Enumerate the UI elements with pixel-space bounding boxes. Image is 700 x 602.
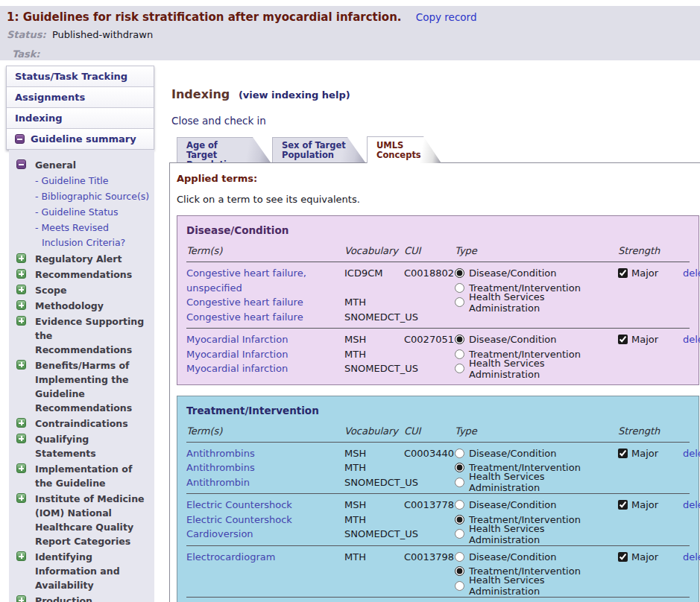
tree-link-guideline-status[interactable]: Guideline Status (16, 205, 151, 220)
term-link[interactable]: Congestive heart failure (186, 295, 344, 310)
vocabulary-value: MSH (344, 446, 404, 461)
term-link[interactable]: Antithrombins (186, 460, 344, 475)
type-radio[interactable] (455, 349, 464, 359)
type-radio[interactable] (455, 478, 464, 487)
term-link[interactable]: Antithrombin (186, 475, 344, 490)
term-link[interactable]: Myocardial infarction (186, 361, 344, 376)
sidebar-item-indexing[interactable]: Indexing (7, 107, 154, 128)
term-link[interactable]: Electric Countershock (186, 498, 344, 513)
delete-link[interactable]: delete (683, 334, 700, 345)
term-link[interactable]: Congestive heart failure (186, 310, 344, 325)
major-checkbox[interactable] (618, 335, 628, 344)
type-radio[interactable] (455, 268, 464, 278)
tree-section-label: Methodology (35, 299, 151, 313)
expand-icon[interactable] (16, 360, 26, 370)
expand-icon[interactable] (16, 595, 26, 602)
delete-link[interactable]: delete (683, 448, 700, 459)
expand-icon[interactable] (16, 551, 26, 561)
type-radio[interactable] (455, 552, 464, 562)
col-vocabulary: Vocabulary (344, 245, 404, 256)
term-link[interactable]: Myocardial Infarction (186, 332, 344, 347)
tree-section-production[interactable]: Production (16, 593, 151, 602)
type-radio[interactable] (455, 500, 464, 510)
tab-sex-of-target-population[interactable]: Sex of Target Population (272, 137, 365, 162)
type-option-label: Health Services Administration (469, 574, 618, 597)
term-link[interactable]: Myocardial Infarction (186, 347, 344, 362)
tree-section-iom-categories[interactable]: Institute of Medicine (IOM) National Hea… (16, 491, 151, 549)
status-row: Status: Published-withdrawn (7, 29, 693, 40)
table-row: AntithrombinsMSH AntithrombinsMTH Antith… (186, 442, 690, 494)
sidebar-nav: Status/Task Tracking Assignments Indexin… (6, 66, 154, 150)
tree-link-meets-revised-inclusion-criteria[interactable]: Meets Revised Inclusion Criteria? (16, 221, 151, 250)
delete-link[interactable]: delete (683, 551, 700, 563)
view-indexing-help-link[interactable]: (view indexing help) (239, 89, 350, 101)
tree-link-guideline-title[interactable]: Guideline Title (16, 174, 151, 188)
tab-age-of-target-population[interactable]: Age of Target Population (177, 137, 271, 162)
vocabulary-value: MTH (344, 347, 404, 362)
term-link[interactable]: Electrocardiogram (186, 550, 344, 565)
tree-section-benefits-harms[interactable]: Benefits/Harms of Implementing the Guide… (16, 358, 151, 416)
record-header-band: 1: Guidelines for risk stratification af… (0, 6, 700, 60)
type-radio[interactable] (455, 566, 464, 576)
tab-umls-concepts[interactable]: UMLS Concepts (367, 136, 441, 163)
type-radio[interactable] (455, 297, 464, 307)
term-link[interactable]: Antithrombins (186, 446, 344, 461)
umls-concepts-panel: Applied terms: Click on a term to see it… (169, 162, 700, 602)
type-radio[interactable] (455, 364, 464, 373)
tree-section-label: Regulatory Alert (35, 252, 151, 266)
tree-section-qualifying-statements[interactable]: Qualifying Statements (16, 431, 151, 461)
type-radio[interactable] (455, 581, 464, 591)
tree-section-regulatory-alert[interactable]: Regulatory Alert (16, 251, 151, 267)
close-and-check-in-link[interactable]: Close and check in (171, 115, 266, 127)
term-link[interactable]: Congestive heart failure, unspecified (186, 266, 344, 295)
delete-link[interactable]: delete (683, 267, 700, 279)
major-checkbox[interactable] (618, 268, 628, 278)
record-id: 1: (7, 10, 19, 24)
expand-icon[interactable] (16, 434, 26, 443)
tab-bar: Age of Target Population Sex of Target P… (177, 136, 700, 162)
page-title: Indexing (view indexing help) (171, 87, 700, 101)
vocabulary-value: SNOMEDCT_US (344, 361, 404, 376)
tree-section-general[interactable]: General (16, 157, 151, 173)
sidebar-item-guideline-summary[interactable]: Guideline summary (7, 128, 154, 149)
vocabulary-value: MTH (344, 550, 404, 565)
tree-section-scope[interactable]: Scope (16, 282, 151, 298)
delete-link[interactable]: delete (683, 499, 700, 510)
major-checkbox[interactable] (618, 500, 628, 510)
type-option-label: Disease/Condition (469, 499, 557, 510)
type-radio[interactable] (455, 515, 464, 525)
expand-icon[interactable] (16, 269, 26, 279)
term-link[interactable]: Cardioversion (186, 527, 344, 542)
expand-icon[interactable] (16, 316, 26, 326)
copy-record-link[interactable]: Copy record (416, 11, 477, 23)
tree-section-implementation[interactable]: Implementation of the Guideline (16, 461, 151, 491)
expand-icon[interactable] (16, 300, 26, 310)
type-radio[interactable] (455, 283, 464, 293)
type-radio[interactable] (455, 529, 464, 539)
type-radio[interactable] (455, 449, 464, 458)
col-terms: Term(s) (186, 245, 344, 256)
term-link[interactable]: Electric Countershock (186, 513, 344, 527)
tree-section-recommendations[interactable]: Recommendations (16, 267, 151, 282)
expand-icon[interactable] (16, 493, 26, 503)
guideline-summary-tree: General Guideline Title Bibliographic So… (9, 150, 154, 602)
expand-icon[interactable] (16, 285, 26, 294)
sidebar-item-assignments[interactable]: Assignments (7, 86, 154, 107)
tree-link-bibliographic-source[interactable]: Bibliographic Source(s) (16, 189, 151, 204)
type-radio[interactable] (455, 463, 464, 472)
sidebar-item-status-task-tracking[interactable]: Status/Task Tracking (7, 66, 154, 86)
tree-section-methodology[interactable]: Methodology (16, 298, 151, 314)
type-radio-group: Disease/Condition Treatment/Intervention… (455, 332, 618, 376)
cui-value: C0013778 (404, 498, 455, 513)
collapse-icon[interactable] (15, 134, 25, 144)
type-radio[interactable] (455, 335, 464, 344)
expand-icon[interactable] (16, 463, 26, 473)
major-checkbox[interactable] (618, 552, 628, 562)
tree-section-identifying-information[interactable]: Identifying Information and Availability (16, 549, 151, 593)
collapse-icon[interactable] (16, 159, 26, 169)
tree-section-evidence-supporting[interactable]: Evidence Supporting the Recommendations (16, 314, 151, 358)
expand-icon[interactable] (16, 253, 26, 263)
major-checkbox[interactable] (618, 449, 628, 458)
tree-section-contraindications[interactable]: Contraindications (16, 416, 151, 431)
expand-icon[interactable] (16, 418, 26, 428)
